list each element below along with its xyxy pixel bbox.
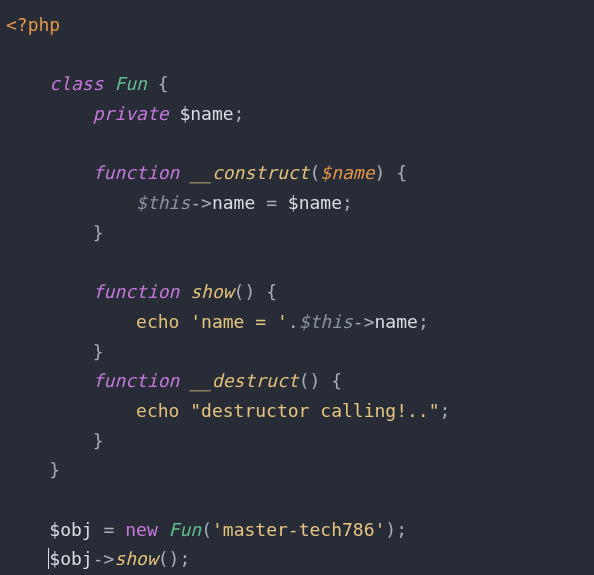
string-literal: 'master-tech786' xyxy=(212,519,385,540)
keyword-function: function xyxy=(93,162,180,183)
variable-obj: $obj xyxy=(49,519,92,540)
class-name: Fun xyxy=(169,519,202,540)
paren: ) xyxy=(385,519,396,540)
arrow-op: -> xyxy=(93,548,115,569)
concat-op: . xyxy=(288,311,299,332)
paren: ) xyxy=(375,162,386,183)
brace: { xyxy=(331,370,342,391)
arrow-op: -> xyxy=(353,311,375,332)
paren: ( xyxy=(299,370,310,391)
brace: { xyxy=(158,73,169,94)
paren: ( xyxy=(201,519,212,540)
keyword-new: new xyxy=(125,519,158,540)
keyword-echo: echo xyxy=(136,400,179,421)
semicolon: ; xyxy=(440,400,451,421)
keyword-class: class xyxy=(49,73,103,94)
keyword-echo: echo xyxy=(136,311,179,332)
fn-destruct: __destruct xyxy=(190,370,298,391)
fn-show: show xyxy=(114,548,157,569)
property-name: name xyxy=(212,192,255,213)
semicolon: ; xyxy=(418,311,429,332)
variable-this: $this xyxy=(299,311,353,332)
variable-this: $this xyxy=(136,192,190,213)
semicolon: ; xyxy=(179,548,190,569)
arrow-op: -> xyxy=(190,192,212,213)
keyword-private: private xyxy=(93,103,169,124)
code-block: <?php class Fun { private $name; functio… xyxy=(0,0,594,575)
variable-name: $name xyxy=(288,192,342,213)
semicolon: ; xyxy=(396,519,407,540)
brace: } xyxy=(93,430,104,451)
class-name: Fun xyxy=(114,73,147,94)
assign-op: = xyxy=(104,519,115,540)
variable-obj: $obj xyxy=(49,548,92,569)
brace: { xyxy=(266,281,277,302)
fn-construct: __construct xyxy=(190,162,309,183)
property-name: name xyxy=(375,311,418,332)
fn-show: show xyxy=(190,281,233,302)
paren: ) xyxy=(244,281,255,302)
php-open-tag: <?php xyxy=(6,14,60,35)
brace: } xyxy=(93,341,104,362)
variable-name: $name xyxy=(179,103,233,124)
paren: ) xyxy=(309,370,320,391)
paren: ( xyxy=(234,281,245,302)
keyword-function: function xyxy=(93,370,180,391)
param-name: $name xyxy=(320,162,374,183)
semicolon: ; xyxy=(342,192,353,213)
paren: ( xyxy=(309,162,320,183)
brace: } xyxy=(49,459,60,480)
string-literal: "destructor calling!.." xyxy=(190,400,439,421)
paren: ) xyxy=(169,548,180,569)
semicolon: ; xyxy=(234,103,245,124)
keyword-function: function xyxy=(93,281,180,302)
string-literal: 'name = ' xyxy=(190,311,288,332)
assign-op: = xyxy=(266,192,277,213)
brace: { xyxy=(396,162,407,183)
brace: } xyxy=(93,222,104,243)
paren: ( xyxy=(158,548,169,569)
